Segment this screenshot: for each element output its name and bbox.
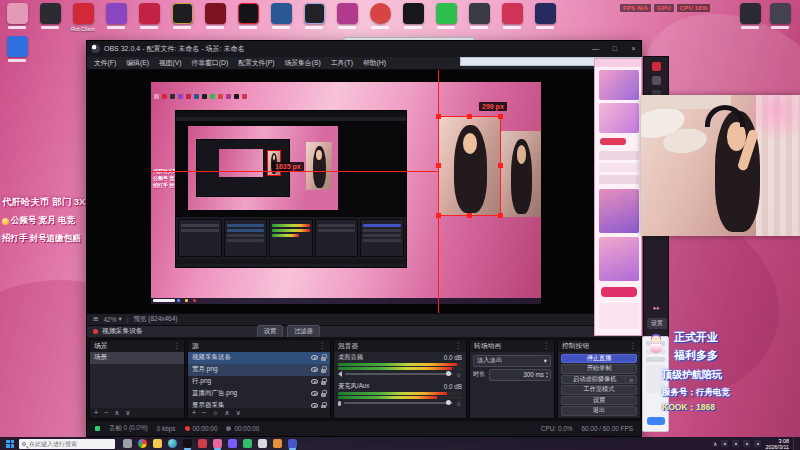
edge-icon[interactable] <box>168 439 177 448</box>
source-row[interactable]: 宽月.png <box>188 364 330 376</box>
menu-docks[interactable]: 停靠窗口(D) <box>187 58 234 68</box>
obs-close-button[interactable]: × <box>626 41 641 57</box>
desktop-icon[interactable] <box>499 3 525 32</box>
sources-panel-header[interactable]: 源⋮ <box>188 340 330 352</box>
app-icon[interactable] <box>273 439 282 448</box>
zoom-control[interactable]: 42%▾ <box>103 315 121 323</box>
scene-down-button[interactable]: ∨ <box>125 409 130 417</box>
visibility-icon[interactable] <box>311 367 318 372</box>
scene-up-button[interactable]: ∧ <box>114 409 119 417</box>
app-icon[interactable] <box>213 439 222 448</box>
app-icon[interactable] <box>288 439 297 448</box>
pink-panel-row[interactable] <box>599 151 639 160</box>
pink-panel-row[interactable] <box>599 175 639 184</box>
desktop-icon[interactable] <box>37 3 63 32</box>
desktop-icon[interactable] <box>767 3 793 29</box>
stop-streaming-button[interactable]: 停止直播 <box>561 354 637 364</box>
white-panel-blue-button[interactable] <box>647 417 665 425</box>
source-row[interactable]: 行.png <box>188 376 330 388</box>
obs-minimize-button[interactable]: — <box>588 41 603 57</box>
selection-handle[interactable] <box>467 213 472 218</box>
source-row[interactable]: 直播间广告.png <box>188 388 330 400</box>
panel-menu-icon[interactable]: ⋮ <box>629 342 636 350</box>
tray-icon-volume[interactable] <box>743 440 750 447</box>
menu-help[interactable]: 帮助(H) <box>358 58 391 68</box>
side-app-icon[interactable] <box>652 76 661 85</box>
panel-menu-icon[interactable]: ⋮ <box>319 342 326 350</box>
source-row[interactable]: 显示器采集 <box>188 400 330 408</box>
mixer-panel-header[interactable]: 混音器⋮ <box>334 340 466 352</box>
remove-scene-button[interactable]: − <box>104 409 108 416</box>
desktop-icon-folder[interactable] <box>4 3 30 32</box>
source-selection-box[interactable] <box>438 116 501 216</box>
selection-handle[interactable] <box>498 114 503 119</box>
thumbnail-image[interactable] <box>599 103 639 133</box>
menu-profile[interactable]: 配置文件(P) <box>233 58 279 68</box>
mic-icon[interactable] <box>338 401 341 406</box>
desktop-icon[interactable] <box>466 3 492 32</box>
panel-menu-icon[interactable]: ⋮ <box>455 342 462 350</box>
desktop-icon-accelerator[interactable] <box>4 36 30 62</box>
obs-titlebar[interactable]: OBS 32.0.4 - 配置文件: 未命名 - 场景: 未命名 — □ × <box>87 41 641 57</box>
controls-panel-header[interactable]: 控制按钮⋮ <box>558 340 640 352</box>
task-view-icon[interactable] <box>123 439 132 448</box>
selection-handle[interactable] <box>436 163 441 168</box>
background-pink-panel[interactable] <box>594 58 642 336</box>
app-icon[interactable] <box>258 439 267 448</box>
source-row[interactable]: 视频采集设备 <box>188 352 330 364</box>
obs-maximize-button[interactable]: □ <box>607 41 622 57</box>
visibility-icon[interactable] <box>311 391 318 396</box>
webcam-overlay-window[interactable] <box>641 95 800 236</box>
source-down-button[interactable]: ∨ <box>236 409 241 417</box>
desktop-icon[interactable] <box>400 3 426 32</box>
desktop-icon[interactable] <box>136 3 162 32</box>
channel-gear-icon[interactable]: ☼ <box>456 400 462 407</box>
lock-icon[interactable] <box>321 405 326 408</box>
visibility-icon[interactable] <box>311 379 318 384</box>
scene-list-item[interactable]: 场景 <box>90 352 184 364</box>
app-icon[interactable] <box>198 439 207 448</box>
desktop-icon[interactable] <box>334 3 360 32</box>
desktop-icon[interactable] <box>301 3 327 32</box>
source-properties-icon[interactable]: ☼ <box>212 409 218 416</box>
source-up-button[interactable]: ∧ <box>225 409 230 417</box>
volume-slider[interactable] <box>344 402 453 404</box>
tray-icon-network[interactable] <box>732 440 739 447</box>
desktop-icon[interactable] <box>532 3 558 32</box>
settings-button[interactable]: 设置 <box>561 396 637 406</box>
file-explorer-icon[interactable] <box>153 439 162 448</box>
volume-slider[interactable] <box>345 373 453 375</box>
channel-gear-icon[interactable]: ☼ <box>456 371 462 378</box>
start-recording-button[interactable]: 开始录制 <box>561 364 637 374</box>
chrome-icon[interactable] <box>138 439 147 448</box>
thumbnail-image[interactable] <box>599 70 639 100</box>
desktop-icon[interactable] <box>367 3 393 32</box>
obs-preview[interactable]: 代肝哈夫币 部门 3X3 公频号 宽月 电竞 招打手 封号追缴包赔 <box>87 70 641 313</box>
menu-tools[interactable]: 工具(T) <box>326 58 358 68</box>
desktop-icon[interactable] <box>103 3 129 32</box>
selection-handle[interactable] <box>436 114 441 119</box>
panel-menu-icon[interactable]: ⋮ <box>173 342 180 350</box>
desktop-icon[interactable] <box>737 3 763 29</box>
transitions-panel-header[interactable]: 转场动画⋮ <box>470 340 554 352</box>
panel-menu-icon[interactable]: ⋮ <box>543 342 550 350</box>
selection-handle[interactable] <box>467 114 472 119</box>
grid-icon[interactable]: ⊞ <box>93 315 98 323</box>
desktop-icon[interactable] <box>202 3 228 32</box>
speaker-icon[interactable] <box>338 371 342 377</box>
pink-panel-row[interactable] <box>599 163 639 172</box>
visibility-icon[interactable] <box>311 403 318 408</box>
menu-view[interactable]: 视图(V) <box>154 58 187 68</box>
add-scene-button[interactable]: + <box>94 409 98 416</box>
remove-source-button[interactable]: − <box>202 409 206 416</box>
app-icon[interactable] <box>243 439 252 448</box>
desktop-icon[interactable] <box>235 3 261 32</box>
side-app-pink-link[interactable]: ●● <box>644 305 668 311</box>
selection-handle[interactable] <box>498 163 503 168</box>
tray-icon-ime[interactable] <box>754 440 761 447</box>
pink-panel-cta-button[interactable] <box>601 287 637 297</box>
desktop-icon[interactable] <box>169 3 195 32</box>
obs-taskbar-icon[interactable] <box>183 439 192 448</box>
lock-icon[interactable] <box>321 393 326 397</box>
transition-select[interactable]: 淡入淡出▾ <box>473 355 551 367</box>
